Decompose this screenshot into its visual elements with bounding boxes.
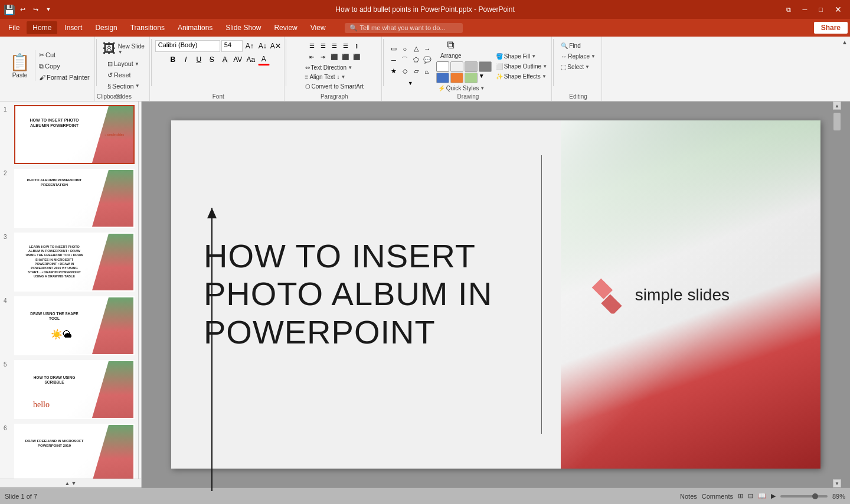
strikethrough-button[interactable]: S <box>206 54 218 66</box>
search-box[interactable]: 🔍 Tell me what you want to do... <box>345 23 463 33</box>
normal-view-button[interactable]: ⊞ <box>738 492 743 500</box>
shape-fill-button[interactable]: 🪣 Shape Fill ▼ <box>494 52 549 61</box>
numbered-list-2-button[interactable]: ☰ <box>340 40 351 51</box>
new-slide-button[interactable]: 🖼 New Slide ▼ <box>100 40 147 58</box>
scroll-up-arrow[interactable]: ▲ <box>833 102 841 110</box>
find-button[interactable]: 🔍 Find <box>559 41 597 50</box>
slideshow-button[interactable]: ▶ <box>771 492 776 500</box>
quick-styles-button[interactable]: ⚡ Quick Styles ▼ <box>436 84 492 93</box>
zoom-slider[interactable] <box>780 495 828 498</box>
slide-panel-scroll-down[interactable]: ▼ <box>71 480 77 486</box>
paste-button[interactable]: 📋 Paste <box>5 50 35 81</box>
slide-item-2[interactable]: 2 PHOTO ALBUMIN POWERPOINT PRESENTATION <box>2 168 136 229</box>
redo-icon[interactable]: ↪ <box>31 5 40 14</box>
more-shapes-button[interactable]: ▼ <box>405 78 416 89</box>
slide-panel[interactable]: 1 HOW TO INSERT PHOTO ALBUMIN POWERPOINT… <box>0 102 139 479</box>
qs-swatch-3[interactable] <box>465 61 478 72</box>
restore-button[interactable]: ⧉ <box>783 5 795 15</box>
arrange-button[interactable]: ⧉ Arrange <box>436 38 466 60</box>
slide-item-6[interactable]: 6 DRAW FREEHAND IN MICROSOFT POWERPOINT … <box>2 423 136 479</box>
copy-button[interactable]: ⧉ Copy <box>37 61 92 71</box>
menu-insert[interactable]: Insert <box>58 21 88 34</box>
comments-button[interactable]: Comments <box>702 493 733 500</box>
shape-right-arrow[interactable]: → <box>422 44 433 54</box>
zoom-thumb[interactable] <box>812 493 818 499</box>
slide-thumb-6[interactable]: DRAW FREEHAND IN MICROSOFT POWERPOINT 20… <box>14 424 135 479</box>
bullet-list-button[interactable]: ☰ <box>306 40 317 51</box>
align-text-button[interactable]: ≡ Align Text ↓ ▼ <box>303 73 365 81</box>
shape-star[interactable]: ★ <box>388 66 399 77</box>
notes-button[interactable]: Notes <box>680 493 697 500</box>
slide-item-4[interactable]: 4 DRAW USING THE SHAPE TOOL ☀️🌥 <box>2 295 136 356</box>
slide-item-1[interactable]: 1 HOW TO INSERT PHOTO ALBUMIN POWERPOINT… <box>2 104 136 165</box>
clear-formatting-button[interactable]: A✕ <box>270 40 282 52</box>
shape-pentagon[interactable]: ⬠ <box>411 55 421 66</box>
decrease-font-button[interactable]: A↓ <box>257 40 269 52</box>
italic-button[interactable]: I <box>180 54 192 66</box>
ribbon-collapse-button[interactable]: ▲ <box>842 39 848 45</box>
increase-indent-button[interactable]: ⇥ <box>318 51 328 62</box>
layout-button[interactable]: ⊟ Layout ▼ <box>105 59 142 69</box>
menu-view[interactable]: View <box>305 21 332 34</box>
cut-button[interactable]: ✂ Cut <box>37 50 92 60</box>
qs-swatch-2[interactable] <box>450 61 463 72</box>
slide-thumb-1[interactable]: HOW TO INSERT PHOTO ALBUMIN POWERPOINT ⬦… <box>14 105 135 164</box>
share-button[interactable]: Share <box>814 22 848 34</box>
shape-trapezoid[interactable]: ⏢ <box>422 66 433 77</box>
underline-button[interactable]: U <box>193 54 205 66</box>
menu-home[interactable]: Home <box>27 21 57 34</box>
slide-thumb-5[interactable]: HOW TO DRAW USING SCRIBBLE hello <box>14 360 135 419</box>
align-left-button[interactable]: ⬛ <box>329 51 339 62</box>
columns-button[interactable]: ⫿ <box>351 40 362 51</box>
minimize-button[interactable]: ─ <box>799 5 811 14</box>
text-direction-button[interactable]: ⇔ Text Direction ▼ <box>303 63 365 72</box>
qs-swatch-1[interactable] <box>436 61 449 72</box>
shape-line[interactable]: ─ <box>388 55 399 66</box>
case-change-button[interactable]: Aa <box>245 54 257 66</box>
convert-smartart-button[interactable]: ⬡ Convert to SmartArt <box>303 82 365 91</box>
format-painter-button[interactable]: 🖌 Format Painter <box>37 73 92 82</box>
qs-swatch-6[interactable] <box>450 73 463 83</box>
menu-design[interactable]: Design <box>89 21 123 34</box>
slide-item-5[interactable]: 5 HOW TO DRAW USING SCRIBBLE hello <box>2 359 136 420</box>
qs-more-button[interactable]: ▼ <box>479 73 485 83</box>
shape-parallelogram[interactable]: ▱ <box>411 66 421 77</box>
shape-connector[interactable]: ⌒ <box>400 55 410 66</box>
menu-review[interactable]: Review <box>268 21 303 34</box>
shape-triangle[interactable]: △ <box>411 44 421 54</box>
slide-sorter-button[interactable]: ⊟ <box>748 492 753 500</box>
slide-main-content[interactable]: HOW TO INSERT PHOTO ALBUM IN POWERPOINT <box>204 237 528 351</box>
slide-panel-scroll-up[interactable]: ▲ <box>65 480 70 486</box>
menu-animations[interactable]: Animations <box>172 21 218 34</box>
replace-button[interactable]: ↔ Replace ▼ <box>559 52 597 61</box>
maximize-button[interactable]: □ <box>815 5 826 14</box>
shape-diamond[interactable]: ◇ <box>400 66 410 77</box>
numbered-list-button[interactable]: ☰ <box>329 40 339 51</box>
scroll-down-arrow[interactable]: ▼ <box>833 479 841 487</box>
slide-canvas[interactable]: HOW TO INSERT PHOTO ALBUM IN POWERPOINT … <box>171 120 820 469</box>
reading-view-button[interactable]: 📖 <box>758 492 766 500</box>
shape-effects-button[interactable]: ✨ Shape Effects ▼ <box>494 72 549 81</box>
shape-callout[interactable]: 💬 <box>422 55 433 66</box>
select-button[interactable]: ⬚ Select ▼ <box>559 63 597 71</box>
scroll-thumb[interactable] <box>833 113 841 130</box>
shape-oval[interactable]: ○ <box>400 44 410 54</box>
increase-font-button[interactable]: A↑ <box>244 40 256 52</box>
slide-thumb-3[interactable]: LEARN HOW TO INSERT PHOTO ALBUM IN POWER… <box>14 233 135 292</box>
font-name-input[interactable]: Calibri (Body) <box>155 40 220 52</box>
shape-rect[interactable]: ▭ <box>388 44 399 54</box>
font-size-input[interactable]: 54 <box>221 40 243 52</box>
bold-button[interactable]: B <box>167 54 179 66</box>
slide-item-3[interactable]: 3 LEARN HOW TO INSERT PHOTO ALBUM IN POW… <box>2 231 136 293</box>
undo-icon[interactable]: ↩ <box>18 5 27 14</box>
reset-button[interactable]: ↺ Reset <box>105 70 142 80</box>
slide-thumb-2[interactable]: PHOTO ALBUMIN POWERPOINT PRESENTATION <box>14 169 135 228</box>
bullet-list-2-button[interactable]: ☰ <box>318 40 328 51</box>
shape-outline-button[interactable]: ⬜ Shape Outline ▼ <box>494 62 549 71</box>
section-button[interactable]: § Section ▼ <box>105 81 142 91</box>
slide-thumb-4[interactable]: DRAW USING THE SHAPE TOOL ☀️🌥 <box>14 296 135 355</box>
qs-swatch-5[interactable] <box>436 73 449 83</box>
menu-slideshow[interactable]: Slide Show <box>220 21 267 34</box>
menu-transitions[interactable]: Transitions <box>125 21 171 34</box>
qs-swatch-7[interactable] <box>465 73 478 83</box>
